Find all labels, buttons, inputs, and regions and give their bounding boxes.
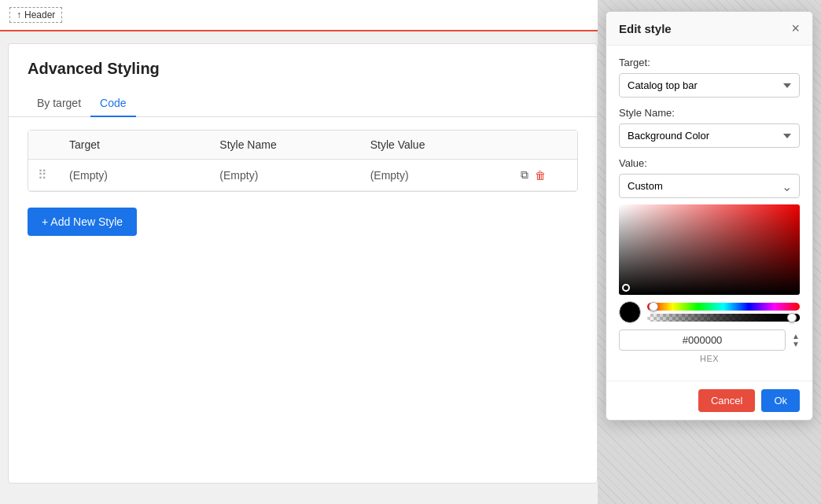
style-name-label: Style Name: — [619, 107, 800, 119]
hue-thumb — [649, 302, 658, 311]
add-new-style-button[interactable]: + Add New Style — [28, 208, 137, 236]
col-drag — [38, 138, 69, 151]
col-target: Target — [69, 138, 219, 151]
header-label: ↑ Header — [9, 7, 62, 23]
col-style-value: Style Value — [370, 138, 521, 151]
color-gradient[interactable] — [619, 204, 800, 295]
main-panel: Advanced Styling By target Code Target S… — [8, 43, 598, 484]
color-picker[interactable]: ▲ ▼ HEX — [619, 204, 800, 363]
color-controls — [619, 301, 800, 323]
table-row: ⠿ (Empty) (Empty) (Empty) ⧉ 🗑 — [28, 160, 577, 191]
col-style-name: Style Name — [219, 138, 370, 151]
hue-slider[interactable] — [647, 303, 800, 311]
alpha-slider-fill — [647, 314, 800, 322]
edit-style-modal: Edit style × Target: Catalog top barHead… — [606, 11, 813, 421]
modal-body: Target: Catalog top barHeaderFooterBody … — [606, 46, 812, 381]
target-select[interactable]: Catalog top barHeaderFooterBody — [619, 73, 800, 97]
sliders-column — [647, 303, 800, 322]
alpha-thumb — [787, 313, 797, 322]
color-preview — [619, 301, 641, 323]
color-cursor — [622, 284, 630, 292]
cell-style-name: (Empty) — [219, 169, 370, 182]
copy-icon[interactable]: ⧉ — [521, 168, 528, 182]
cell-target: (Empty) — [69, 169, 219, 182]
value-select[interactable]: CustomPreset 1Preset 2 — [619, 174, 800, 198]
row-actions: ⧉ 🗑 — [521, 168, 568, 182]
hex-spinner: ▲ ▼ — [792, 333, 800, 348]
hex-label: HEX — [619, 354, 800, 363]
tabs-container: By target Code — [9, 90, 597, 117]
tab-by-target[interactable]: By target — [28, 90, 90, 117]
hex-input[interactable] — [619, 329, 786, 351]
modal-header: Edit style × — [606, 12, 812, 46]
tab-code[interactable]: Code — [90, 90, 135, 117]
col-actions — [521, 138, 568, 151]
add-button-label: + Add New Style — [42, 215, 123, 228]
header-bar: ↑ Header — [0, 0, 598, 31]
delete-icon[interactable]: 🗑 — [535, 169, 546, 182]
styles-table: Target Style Name Style Value ⠿ (Empty) … — [28, 130, 578, 192]
value-label: Value: — [619, 157, 800, 169]
hex-input-row: ▲ ▼ — [619, 329, 800, 351]
value-select-wrapper: CustomPreset 1Preset 2 ⌄ — [619, 174, 800, 198]
arrow-icon: ↑ — [17, 9, 21, 20]
header-text: Header — [24, 9, 55, 20]
alpha-slider[interactable] — [647, 314, 800, 322]
target-label: Target: — [619, 57, 800, 68]
table-header: Target Style Name Style Value — [28, 131, 577, 160]
page-title: Advanced Styling — [9, 44, 597, 90]
modal-footer: Cancel Ok — [606, 381, 812, 420]
drag-handle-icon[interactable]: ⠿ — [38, 167, 69, 182]
modal-ok-button[interactable]: Ok — [761, 389, 800, 412]
style-name-select[interactable]: Background ColorColorFont SizeBorder — [619, 123, 800, 148]
spinner-up-button[interactable]: ▲ — [792, 333, 800, 340]
modal-cancel-button[interactable]: Cancel — [698, 389, 755, 412]
modal-close-button[interactable]: × — [791, 21, 800, 35]
cell-style-value: (Empty) — [370, 169, 521, 182]
modal-title: Edit style — [619, 22, 672, 35]
spinner-down-button[interactable]: ▼ — [792, 340, 800, 348]
